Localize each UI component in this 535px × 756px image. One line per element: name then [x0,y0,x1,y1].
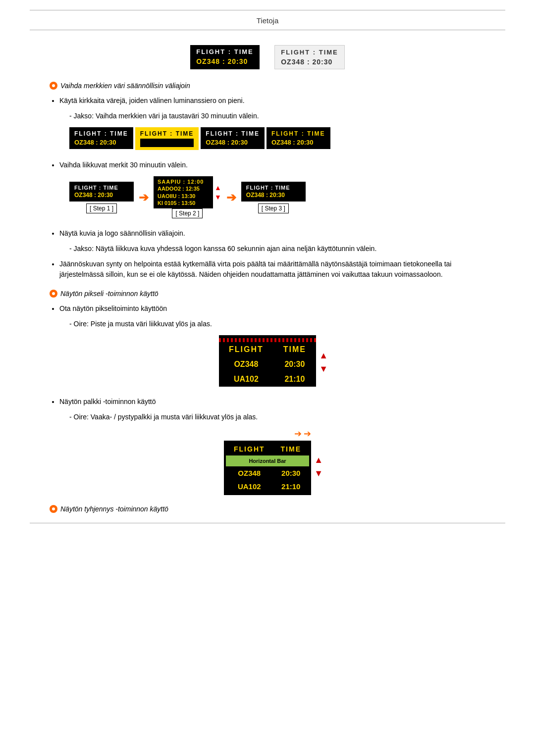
color-widget-3: FLIGHT : TIME OZ348 : 20:30 [201,127,265,149]
step1-to-step2-arrow: ➔ [139,191,149,204]
step2-r2b: KI 0105 : 13:50 [158,200,209,206]
step2-arrow-down: ▼ [214,193,221,201]
bar-arrow-up: ▲ [314,455,323,465]
step3-r2: OZ348 : 20:30 [246,192,301,199]
step2-to-step3-arrow: ➔ [226,191,236,204]
step2-widget-container: SAAPIU : 12:00 AADOO2 : 12:35 UAOIIU : 1… [154,176,221,208]
section-pixel: Näytön pikseli -toiminnon käyttö Ota näy… [50,290,485,387]
bar-r2c1: UA102 [226,480,273,493]
widget1-row1: FLIGHT : TIME [196,48,254,55]
widget1-row2: OZ348 : 20:30 [196,57,254,65]
step1-block: FLIGHT : TIME OZ348 : 20:30 [ Step 1 ] [69,182,134,213]
cw3-r2: OZ348 : 20:30 [206,139,260,146]
bar-label: Horizontal Bar [226,455,309,466]
section-moving-markers: Vaihda liikkuvat merkit 30 minuutin väle… [50,160,485,218]
step1-r1: FLIGHT : TIME [74,185,129,191]
widget2-row1: FLIGHT : TIME [281,49,338,56]
top-arrow-right1: ➔ [294,428,302,439]
step2-r1b: AADOO2 : 12:35 [158,186,209,192]
top-arrow-right2: ➔ [304,428,311,439]
step2-arrow-up: ▲ [214,184,221,192]
bar-col1-header: FLIGHT [226,443,273,455]
section1-heading: Vaihda merkkien väri säännöllisin väliaj… [50,82,485,90]
section2-bullet1: Vaihda liikkuvat merkit 30 minuutin väle… [59,160,485,170]
color-widget-2: FLIGHT : TIME FLIGHT : TIME [135,127,199,150]
step3-widget: FLIGHT : TIME OZ348 : 20:30 [241,182,306,202]
section6-heading-text: Näytön tyhjennys -toiminnon käyttö [60,505,168,513]
bar-display-wrapper: ➔ ➔ FLIGHT TIME Hori [50,428,485,495]
step1-label: [ Step 1 ] [86,203,117,213]
pixel-display-container: FLIGHT TIME OZ348 20:30 UA102 [219,335,316,387]
pixel-side-arrows: ▲ ▼ [319,351,328,374]
section4-bullet1: Ota näytön pikselitoiminto käyttöön [59,303,485,314]
section3-bullet2: Jäännöskuvan synty on helpointa estää ky… [59,259,485,280]
pixel-r2c2: 21:10 [273,372,316,387]
section6-icon [50,505,57,513]
section-images: Näytä kuvia ja logo säännöllisin väliajo… [50,228,485,280]
step3-r1: FLIGHT : TIME [246,185,301,191]
step1-widget: FLIGHT : TIME OZ348 : 20:30 [69,182,134,202]
bar-display-container: ➔ ➔ FLIGHT TIME Hori [224,428,311,495]
pixel-r1c1: OZ348 [219,357,273,372]
step2-r2a: UAOIIU : 13:30 [158,193,209,199]
pixel-arrow-up: ▲ [319,351,328,361]
cw4-r1: FLIGHT : TIME [271,130,325,137]
bar-table: FLIGHT TIME Horizontal Bar OZ348 20:30 [226,443,309,493]
section6-heading: Näytön tyhjennys -toiminnon käyttö [50,505,485,513]
section4-heading-text: Näytön pikseli -toiminnon käyttö [60,290,159,298]
step1-r2: OZ348 : 20:30 [74,192,129,199]
section1-sub1: Jakso: Vaihda merkkien väri ja taustavär… [69,111,485,121]
step2-label: [ Step 2 ] [172,208,203,218]
section-clear: Näytön tyhjennys -toiminnon käyttö [50,505,485,513]
cw1-r1: FLIGHT : TIME [74,130,128,137]
section5-bullet1: Näytön palkki -toiminnon käyttö [59,397,485,407]
color-sequence-row: FLIGHT : TIME OZ348 : 20:30 FLIGHT : TIM… [69,127,485,150]
pixel-display: FLIGHT TIME OZ348 20:30 UA102 [219,335,316,387]
pixel-r2c1: UA102 [219,372,273,387]
section4-icon [50,290,57,298]
bar-display: FLIGHT TIME Horizontal Bar OZ348 20:30 [224,441,311,495]
section-color-change: Vaihda merkkien väri säännöllisin väliaj… [50,82,485,150]
pixel-arrow-down: ▼ [319,364,328,374]
pixel-display-wrapper: FLIGHT TIME OZ348 20:30 UA102 [50,335,485,387]
bar-col2-header: TIME [273,443,309,455]
flight-widget-light: FLIGHT : TIME OZ348 : 20:30 [274,45,345,69]
step3-label: [ Step 3 ] [258,203,289,213]
pixel-col1-header: FLIGHT [219,342,273,357]
page-title: Tietoja [30,16,505,25]
section-bar: Näytön palkki -toiminnon käyttö Oire: Va… [50,397,485,495]
section3-sub1: Jakso: Näytä liikkuva kuva yhdessä logon… [69,244,485,254]
section5-sub1: Oire: Vaaka- / pystypalkki ja musta väri… [69,412,485,422]
top-arrows-row: ➔ ➔ [224,428,311,439]
bar-r1c1: OZ348 [226,466,273,480]
cw2-r1: FLIGHT : TIME [140,130,194,137]
section3-bullet1: Näytä kuvia ja logo säännöllisin väliajo… [59,228,485,239]
pixel-r1c2: 20:30 [273,357,316,372]
cw4-r2: OZ348 : 20:30 [271,139,325,146]
section1-heading-text: Vaihda merkkien väri säännöllisin väliaj… [60,82,190,90]
bar-r2c2: 21:10 [273,480,309,493]
step2-widget: SAAPIU : 12:00 AADOO2 : 12:35 UAOIIU : 1… [154,176,213,208]
section1-bullet1: Käytä kirkkaita värejä, joiden välinen l… [59,96,485,106]
step2-r1a: SAAPIU : 12:00 [158,179,209,185]
step2-block: SAAPIU : 12:00 AADOO2 : 12:35 UAOIIU : 1… [154,176,221,218]
top-widgets-row: FLIGHT : TIME OZ348 : 20:30 FLIGHT : TIM… [50,45,485,69]
flight-widget-dark: FLIGHT : TIME OZ348 : 20:30 [190,45,260,69]
bar-arrow-down: ▼ [314,468,323,479]
pixel-table: FLIGHT TIME OZ348 20:30 UA102 [219,342,316,387]
section4-sub1: Oire: Piste ja musta väri liikkuvat ylös… [69,319,485,329]
pixel-col2-header: TIME [273,342,316,357]
bar-r1c2: 20:30 [273,466,309,480]
cw3-r1: FLIGHT : TIME [206,130,260,137]
step2-side-arrows: ▲ ▼ [214,184,221,201]
bar-side-arrows: ▲ ▼ [314,455,323,479]
step3-block: FLIGHT : TIME OZ348 : 20:30 [ Step 3 ] [241,182,306,213]
color-widget-1: FLIGHT : TIME OZ348 : 20:30 [69,127,133,149]
cw2-r2: FLIGHT : TIME [140,139,194,147]
cw1-r2: OZ348 : 20:30 [74,139,128,146]
section4-heading: Näytön pikseli -toiminnon käyttö [50,290,485,298]
pixel-dots-bar [219,338,316,342]
steps-row: FLIGHT : TIME OZ348 : 20:30 [ Step 1 ] ➔ [69,176,485,218]
widget2-row2: OZ348 : 20:30 [281,58,338,66]
section1-icon [50,82,57,90]
